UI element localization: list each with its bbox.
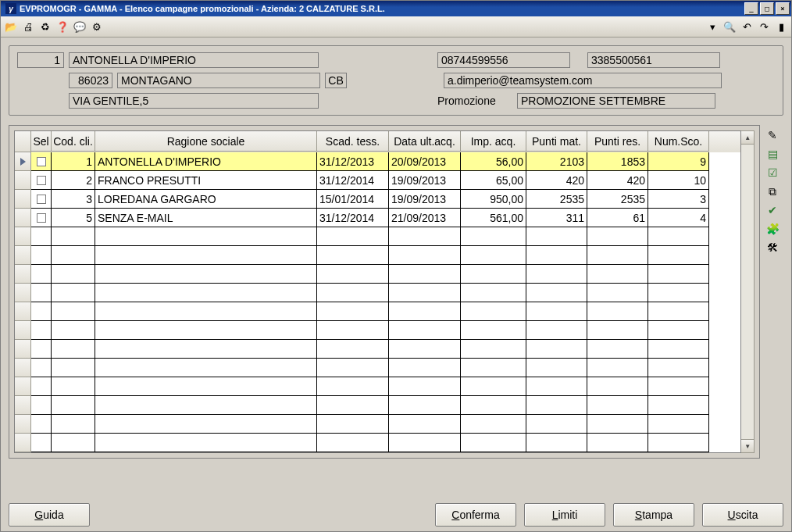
toolbar: 📂 🖨 ♻ ❓ 💬 ⚙ ▾ 🔍 ↶ ↷ ▮ xyxy=(1,16,791,37)
guida-button[interactable]: Guida xyxy=(9,503,90,527)
cell-data: 19/09/2013 xyxy=(389,171,461,190)
app-icon: γ xyxy=(5,3,16,14)
minimize-button[interactable]: _ xyxy=(744,2,758,15)
table-row-empty xyxy=(15,340,740,359)
grid-header: Sel Cod. cli. Ragione sociale Scad. tess… xyxy=(15,131,740,152)
apply-icon[interactable]: ✔ xyxy=(765,203,780,217)
checkbox[interactable] xyxy=(37,176,46,185)
col-sel[interactable]: Sel xyxy=(31,131,52,152)
col-scad[interactable]: Scad. tess. xyxy=(317,131,389,152)
table-row-empty xyxy=(15,265,740,284)
col-imp[interactable]: Imp. acq. xyxy=(461,131,526,152)
cell-scad: 31/12/2014 xyxy=(317,171,389,190)
uscita-button[interactable]: Uscita xyxy=(702,503,783,527)
conferma-button[interactable]: Conferma xyxy=(435,503,516,527)
col-cod[interactable]: Cod. cli. xyxy=(52,131,95,152)
comment-icon[interactable]: 💬 xyxy=(73,20,87,34)
grid-panel: Sel Cod. cli. Ragione sociale Scad. tess… xyxy=(9,125,760,459)
cell-cod: 5 xyxy=(52,209,95,227)
chevron-down-icon[interactable]: ▾ xyxy=(705,20,719,34)
row-header xyxy=(15,152,31,171)
cell-pm: 420 xyxy=(526,171,587,190)
col-pr[interactable]: Punti res. xyxy=(587,131,648,152)
cell-rag: LOREDANA GARGARO xyxy=(95,190,317,209)
redo-icon[interactable]: ↷ xyxy=(757,20,771,34)
cell-scad: 31/12/2014 xyxy=(317,209,389,227)
col-rag[interactable]: Ragione sociale xyxy=(95,131,317,152)
cell-imp: 56,00 xyxy=(461,152,526,171)
copy-icon[interactable]: ⧉ xyxy=(765,184,780,198)
cell-scad: 31/12/2013 xyxy=(317,152,389,171)
cell-pm: 2535 xyxy=(526,190,587,209)
tools-icon[interactable]: 🛠 xyxy=(765,241,780,255)
gear-icon[interactable]: ⚙ xyxy=(90,20,104,34)
table-row[interactable]: 5SENZA E-MAIL31/12/201421/09/2013561,003… xyxy=(15,209,740,227)
col-pm[interactable]: Punti mat. xyxy=(526,131,587,152)
cell-pr: 2535 xyxy=(587,190,648,209)
cell-rag: ANTONELLA D'IMPERIO xyxy=(95,152,317,171)
cell-ns: 9 xyxy=(648,152,709,171)
edit-icon[interactable]: ✎ xyxy=(765,128,780,142)
checkbox[interactable] xyxy=(37,157,46,166)
checkbox[interactable] xyxy=(37,195,46,204)
cell-pr: 61 xyxy=(587,209,648,227)
field-cod-cliente: 1 xyxy=(17,52,64,68)
table-row-empty xyxy=(15,415,740,434)
puzzle-icon[interactable]: 🧩 xyxy=(765,222,780,236)
data-grid[interactable]: Sel Cod. cli. Ragione sociale Scad. tess… xyxy=(14,130,741,453)
excel-icon[interactable]: ▤ xyxy=(765,147,780,161)
table-row-empty xyxy=(15,284,740,302)
undo-icon[interactable]: ↶ xyxy=(740,20,754,34)
cell-data: 20/09/2013 xyxy=(389,152,461,171)
table-row[interactable]: 3LOREDANA GARGARO15/01/201419/09/2013950… xyxy=(15,190,740,209)
field-indirizzo: VIA GENTILE,5 xyxy=(69,93,319,109)
cell-cod: 2 xyxy=(52,171,95,190)
table-row-empty xyxy=(15,321,740,340)
checkbox[interactable] xyxy=(37,213,46,223)
cell-ns: 10 xyxy=(648,171,709,190)
col-ns[interactable]: Num.Sco. xyxy=(648,131,709,152)
footer: Guida Conferma Limiti Stampa Uscita xyxy=(9,503,783,527)
select-all-icon[interactable]: ☑ xyxy=(765,166,780,180)
cell-sel[interactable] xyxy=(31,190,52,209)
maximize-button[interactable]: □ xyxy=(760,2,774,15)
row-header xyxy=(15,190,31,209)
print-icon[interactable]: 🖨 xyxy=(21,20,35,34)
table-row-empty xyxy=(15,227,740,246)
stampa-button[interactable]: Stampa xyxy=(613,503,694,527)
grid-vscroll[interactable]: ▲ ▼ xyxy=(741,130,755,453)
cell-imp: 561,00 xyxy=(461,209,526,227)
detail-panel: 1 ANTONELLA D'IMPERIO 08744599556 338550… xyxy=(9,45,783,116)
close-button[interactable]: × xyxy=(776,2,790,15)
help-icon[interactable]: ❓ xyxy=(55,20,70,34)
cell-sel[interactable] xyxy=(31,171,52,190)
table-row[interactable]: 2FRANCO PRESUTTI31/12/201419/09/201365,0… xyxy=(15,171,740,190)
cell-pr: 420 xyxy=(587,171,648,190)
cell-cod: 3 xyxy=(52,190,95,209)
search-icon[interactable]: 🔍 xyxy=(722,20,737,34)
cell-pm: 2103 xyxy=(526,152,587,171)
cell-cod: 1 xyxy=(52,152,95,171)
exit-icon[interactable]: ▮ xyxy=(774,20,788,34)
cell-rag: SENZA E-MAIL xyxy=(95,209,317,227)
table-row-empty xyxy=(15,302,740,321)
cell-data: 21/09/2013 xyxy=(389,209,461,227)
window-title: EVPROMOGR - GAMMA - Elenco campagne prom… xyxy=(20,4,743,13)
row-header xyxy=(15,171,31,190)
field-tel2: 3385500561 xyxy=(587,52,720,68)
table-row[interactable]: 1ANTONELLA D'IMPERIO31/12/201320/09/2013… xyxy=(15,152,740,171)
cell-scad: 15/01/2014 xyxy=(317,190,389,209)
cell-imp: 65,00 xyxy=(461,171,526,190)
field-email: a.dimperio@teamsystem.com xyxy=(444,73,722,88)
col-data[interactable]: Data ult.acq. xyxy=(389,131,461,152)
scroll-up-icon[interactable]: ▲ xyxy=(741,131,754,145)
table-row-empty xyxy=(15,246,740,265)
field-tel1: 08744599556 xyxy=(437,52,570,68)
open-icon[interactable]: 📂 xyxy=(4,20,18,34)
scroll-down-icon[interactable]: ▼ xyxy=(741,439,754,452)
cell-sel[interactable] xyxy=(31,152,52,171)
limiti-button[interactable]: Limiti xyxy=(524,503,605,527)
cell-pm: 311 xyxy=(526,209,587,227)
cell-sel[interactable] xyxy=(31,209,52,227)
refresh-icon[interactable]: ♻ xyxy=(38,20,52,34)
